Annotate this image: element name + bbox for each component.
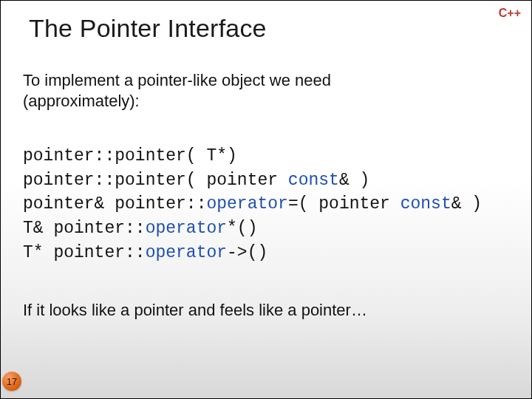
keyword-operator: operator xyxy=(146,243,227,262)
keyword-const: const xyxy=(288,171,339,190)
intro-line2: (approximately): xyxy=(23,92,140,110)
code-line-2b: & ) xyxy=(339,171,369,190)
code-line-2a: pointer::pointer( pointer xyxy=(23,171,288,190)
code-line-3c: & ) xyxy=(451,194,482,214)
keyword-operator: operator xyxy=(206,194,287,214)
code-line-1: pointer::pointer( T*) xyxy=(23,146,237,166)
code-line-3a: pointer& pointer:: xyxy=(23,194,206,214)
code-line-5a: T* pointer:: xyxy=(23,243,146,262)
code-line-4a: T& pointer:: xyxy=(23,219,146,238)
outro-text: If it looks like a pointer and feels lik… xyxy=(23,301,502,320)
keyword-operator: operator xyxy=(146,219,227,238)
page-number-badge: 17 xyxy=(2,372,21,391)
code-line-5b: ->() xyxy=(227,243,267,262)
lang-badge: C++ xyxy=(499,7,521,20)
page-number: 17 xyxy=(7,376,17,387)
code-line-3b: =( pointer xyxy=(288,194,400,214)
code-block: pointer::pointer( T*) pointer::pointer( … xyxy=(23,144,516,265)
keyword-const: const xyxy=(400,194,451,214)
intro-line1: To implement a pointer-like object we ne… xyxy=(23,71,331,89)
slide-title: The Pointer Interface xyxy=(29,14,267,43)
intro-text: To implement a pointer-like object we ne… xyxy=(23,70,502,111)
code-line-4b: *() xyxy=(227,219,257,238)
